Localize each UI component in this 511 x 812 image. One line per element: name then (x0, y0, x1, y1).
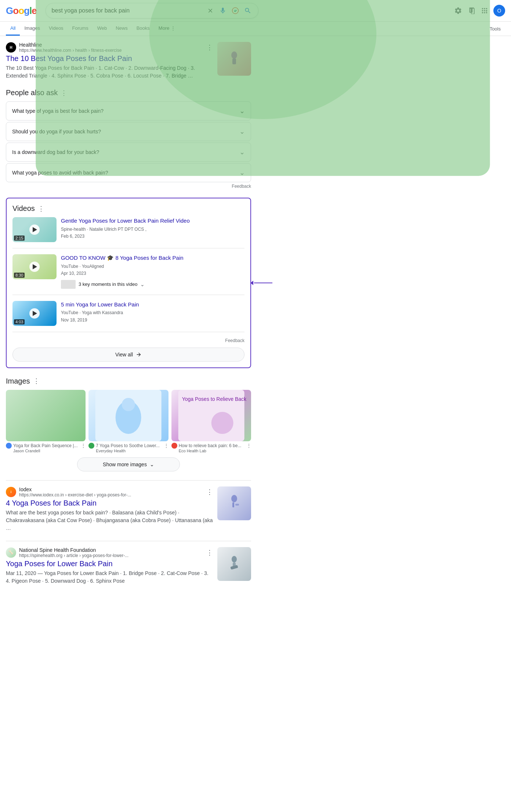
result-snippet: Mar 11, 2020 — Yoga Poses for Lower Back… (6, 570, 213, 585)
result-iodex: i Iodex https://www.iodex.co.in › exerci… (6, 486, 251, 532)
more-options-icon[interactable]: ⋮ (206, 549, 213, 557)
divider (6, 480, 251, 481)
image-label-2: 7 Yoga Poses to Soothe Lower... ⋮ (88, 443, 168, 449)
svg-point-12 (231, 495, 237, 502)
image-more-icon[interactable]: ⋮ (164, 443, 168, 448)
image-source-icon-3 (171, 443, 177, 449)
result-title[interactable]: 4 Yoga Poses for Back Pain (6, 499, 213, 507)
image-source-name-3: Eco Health Lab (171, 449, 251, 453)
show-more-images-button[interactable]: Show more images ⌄ (77, 457, 180, 471)
image-more-icon[interactable]: ⋮ (247, 443, 251, 448)
svg-rect-13 (232, 502, 234, 507)
image-source-name-1: Jason Crandell (6, 449, 86, 453)
site-url: https://spinehealth.org › article › yoga… (19, 553, 203, 558)
site-name: Iodex (19, 486, 203, 492)
image-card-1[interactable]: Yoga for Back Pain Sequence |... ⋮ Jason… (6, 390, 86, 453)
chevron-down-icon: ⌄ (150, 461, 154, 467)
result-thumbnail-nshf (217, 547, 251, 581)
image-source-name-2: Everyday Health (88, 449, 168, 453)
images-grid: Yoga for Back Pain Sequence |... ⋮ Jason… (6, 390, 251, 453)
image-source-icon-2 (88, 443, 94, 449)
more-options-icon[interactable]: ⋮ (206, 488, 213, 496)
image-placeholder-1 (6, 390, 86, 441)
image-label-1: Yoga for Back Pain Sequence |... ⋮ (6, 443, 86, 449)
svg-point-15 (232, 556, 237, 563)
image-label-3: How to relieve back pain: 6 be... ⋮ (171, 443, 251, 449)
image-source-icon-1 (6, 443, 12, 449)
svg-rect-14 (235, 504, 239, 506)
images-section: Images ⋮ Yoga for Back Pain Sequence |..… (6, 377, 251, 471)
result-nshf: 🦴 National Spine Health Foundation https… (6, 547, 251, 585)
divider-2 (6, 541, 251, 541)
main-content: H Healthline https://www.healthline.com … (0, 36, 257, 600)
result-thumbnail-iodex (217, 486, 251, 520)
result-snippet: What are the best yoga poses for back pa… (6, 509, 213, 532)
site-icon-iodex: i (6, 487, 16, 497)
result-title[interactable]: Yoga Poses for Lower Back Pain (6, 560, 213, 568)
site-name: National Spine Health Foundation (19, 547, 203, 553)
site-url: https://www.iodex.co.in › exercise-diet … (19, 492, 203, 497)
image-more-icon[interactable]: ⋮ (81, 443, 86, 448)
site-icon-nshf: 🦴 (6, 547, 16, 558)
